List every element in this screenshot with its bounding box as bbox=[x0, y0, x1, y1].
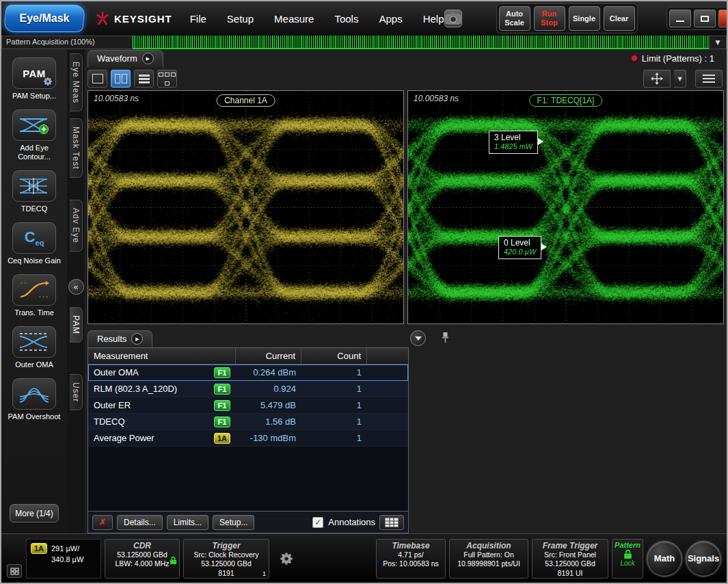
trans-time-button[interactable] bbox=[12, 274, 56, 306]
limit-dot-icon bbox=[632, 55, 637, 61]
pattern-acquisition-bar: Pattern Acquisition (100%) ▼ bbox=[1, 36, 727, 49]
delete-measurement-button[interactable]: ✗ bbox=[92, 515, 113, 530]
collapse-chevrons-icon: « bbox=[73, 282, 79, 292]
channel-label-left[interactable]: Channel 1A bbox=[216, 94, 275, 107]
menu-measure[interactable]: Measure bbox=[274, 13, 314, 25]
menu-apps[interactable]: Apps bbox=[379, 13, 402, 25]
maximize-button[interactable] bbox=[694, 10, 716, 27]
sidebar-item-outer-oma[interactable]: Outer OMA bbox=[4, 326, 64, 369]
acquisition-controls: Auto Scale Run Stop Single Clear bbox=[496, 3, 638, 34]
screenshot-button[interactable] bbox=[444, 10, 462, 27]
results-tab[interactable]: Results ▶ bbox=[87, 330, 152, 347]
eye-diagram-canvas-right[interactable] bbox=[408, 91, 723, 323]
table-row-average-power[interactable]: Average Power1A -130 mdBm 1 bbox=[88, 430, 408, 447]
tdecq-button[interactable] bbox=[12, 170, 56, 202]
pan-tool-dropdown[interactable]: ▼ bbox=[674, 70, 686, 88]
auto-scale-button[interactable]: Auto Scale bbox=[499, 6, 530, 31]
measurement-sidebar: PAM PAM Setup... bbox=[1, 49, 67, 533]
minimize-button[interactable] bbox=[669, 10, 691, 27]
outer-oma-button[interactable] bbox=[12, 326, 56, 358]
annotation-3-level[interactable]: 3 Level 1.4825 mW bbox=[489, 131, 538, 154]
pattern-strip-dropdown-button[interactable]: ▼ bbox=[709, 36, 727, 49]
annotations-toggle[interactable]: ✓ Annotations bbox=[312, 517, 375, 528]
layout-grid-small-button[interactable] bbox=[7, 564, 22, 578]
sidebar-item-tdecq[interactable]: TDECQ bbox=[4, 170, 64, 213]
transition-time-icon bbox=[18, 280, 50, 300]
layout-two-column-icon bbox=[122, 74, 127, 83]
ceq-noise-gain-button[interactable]: Ceq bbox=[12, 222, 56, 254]
pattern-data-strip[interactable] bbox=[133, 36, 709, 49]
eye-diagram-canvas-left[interactable] bbox=[88, 91, 403, 323]
channel-label-right[interactable]: F1: TDECQ[1A] bbox=[529, 94, 603, 107]
tab-mask-test[interactable]: Mask Test bbox=[70, 118, 83, 178]
sidebar-item-ceq-noise-gain[interactable]: Ceq Ceq Noise Gain bbox=[4, 222, 64, 265]
source-badge: F1 bbox=[214, 384, 230, 395]
pam-setup-button[interactable]: PAM bbox=[12, 57, 56, 89]
eye-diagram-tdecq-f1[interactable]: 10.00583 ns F1: TDECQ[1A] 3 Level 1.4825… bbox=[407, 90, 724, 324]
timebase-panel[interactable]: Timebase 4.71 ps/ Pos: 10.00583 ns bbox=[376, 539, 446, 579]
signals-button[interactable]: Signals bbox=[686, 541, 721, 576]
setup-button[interactable]: Setup... bbox=[213, 515, 254, 530]
close-button[interactable]: ✕ bbox=[718, 10, 728, 27]
cdr-panel[interactable]: CDR 53.125000 GBd LBW: 4.000 MHz bbox=[105, 539, 180, 579]
column-count: Count bbox=[301, 348, 367, 364]
table-row-outer-oma[interactable]: Outer OMAF1 0.264 dBm 1 bbox=[88, 364, 408, 381]
add-eye-contour-button[interactable] bbox=[12, 109, 56, 141]
annotation-table-button[interactable] bbox=[379, 515, 404, 530]
layout-grid-button[interactable] bbox=[157, 70, 177, 88]
single-button[interactable]: Single bbox=[569, 6, 600, 31]
tab-pam[interactable]: PAM bbox=[70, 307, 83, 343]
sidebar-item-pam-setup[interactable]: PAM PAM Setup... bbox=[4, 57, 64, 101]
cdr-lock-icon bbox=[170, 556, 177, 565]
results-play-icon[interactable]: ▶ bbox=[131, 333, 143, 345]
results-panel: Results ▶ Measurement bbox=[87, 328, 470, 533]
layout-rows-button[interactable] bbox=[134, 70, 154, 88]
mode-select-button[interactable]: Eye/Mask bbox=[3, 5, 85, 32]
tab-adv-eye[interactable]: Adv Eye bbox=[70, 200, 83, 252]
acquisition-settings-button[interactable] bbox=[277, 549, 296, 568]
layout-single-button[interactable] bbox=[87, 70, 107, 88]
display-menu-button[interactable] bbox=[695, 70, 723, 88]
more-measurements-button[interactable]: More (1/4) bbox=[10, 504, 59, 522]
menu-file[interactable]: File bbox=[190, 13, 206, 25]
pin-results-button[interactable] bbox=[441, 332, 450, 346]
channel-1a-panel[interactable]: 1A 291 µW/ 340.8 µW bbox=[26, 539, 101, 579]
results-collapse-button[interactable] bbox=[410, 330, 426, 346]
pam-overshoot-button[interactable] bbox=[12, 378, 56, 410]
pan-tool-button[interactable] bbox=[643, 70, 671, 88]
menu-help[interactable]: Help bbox=[423, 13, 444, 25]
waveform-tab[interactable]: Waveform ▶ bbox=[87, 50, 163, 67]
acquisition-panel[interactable]: Acquisition Full Pattern: On 10.98998901… bbox=[449, 539, 528, 579]
tab-eye-meas[interactable]: Eye Meas bbox=[70, 53, 83, 111]
layout-two-column-button[interactable] bbox=[111, 70, 131, 88]
sidebar-collapse-button[interactable]: « bbox=[68, 279, 84, 295]
title-bar: Eye/Mask KEYSIGHT File Setup Measure Too… bbox=[1, 1, 727, 36]
annotation-pointer-icon bbox=[541, 243, 547, 250]
trigger-panel[interactable]: Trigger Src: Clock Recovery 53.125000 GB… bbox=[183, 539, 269, 579]
sidebar-item-pam-overshoot[interactable]: PAM Overshoot bbox=[4, 378, 64, 421]
sidebar-item-add-eye-contour[interactable]: Add Eye Contour... bbox=[4, 109, 64, 161]
table-row-tdecq[interactable]: TDECQF1 1.56 dB 1 bbox=[88, 414, 408, 430]
checkbox-checked-icon[interactable]: ✓ bbox=[312, 517, 323, 528]
sidebar-item-trans-time[interactable]: Trans. Time bbox=[4, 274, 64, 317]
run-stop-button[interactable]: Run Stop bbox=[534, 6, 565, 31]
table-row-rlm[interactable]: RLM (802.3 A_120D)F1 0.924 1 bbox=[88, 381, 408, 397]
details-button[interactable]: Details... bbox=[117, 515, 163, 530]
menu-setup[interactable]: Setup bbox=[227, 13, 254, 25]
waveform-play-icon[interactable]: ▶ bbox=[142, 53, 154, 64]
frame-trigger-panel[interactable]: Frame Trigger Src: Front Panel 53.125000… bbox=[532, 539, 608, 579]
annotation-0-level[interactable]: 0 Level 420.0 µW bbox=[498, 236, 541, 259]
table-row-outer-er[interactable]: Outer ERF1 5.479 dB 1 bbox=[88, 397, 408, 414]
waveform-tab-row: Waveform ▶ Limit (Patterns) : 1 bbox=[87, 49, 724, 67]
source-badge: F1 bbox=[214, 400, 230, 411]
tab-user[interactable]: User bbox=[70, 374, 83, 410]
limit-status: Limit (Patterns) : 1 bbox=[632, 53, 714, 64]
clear-button[interactable]: Clear bbox=[604, 6, 635, 31]
eye-contour-add-icon bbox=[18, 116, 50, 135]
math-button[interactable]: Math bbox=[647, 541, 682, 576]
eye-diagram-channel-1a[interactable]: 10.00583 ns Channel 1A bbox=[87, 90, 404, 324]
pam-overshoot-icon bbox=[18, 384, 50, 403]
pattern-lock-panel[interactable]: Pattern Lock bbox=[612, 539, 643, 579]
menu-tools[interactable]: Tools bbox=[334, 13, 358, 25]
limits-button[interactable]: Limits... bbox=[167, 515, 208, 530]
